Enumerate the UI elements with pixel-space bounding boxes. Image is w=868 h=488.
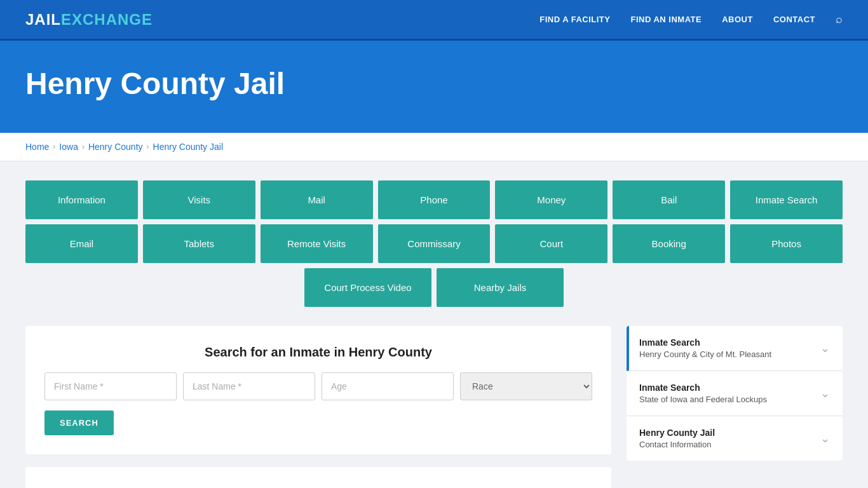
sidebar-item-subtitle-1: State of Iowa and Federal Lockups — [639, 395, 767, 404]
breadcrumb-sep-2: › — [82, 142, 85, 151]
logo-exchange: EXCHANGE — [61, 11, 153, 29]
nav-find-facility[interactable]: FIND A FACILITY — [539, 15, 610, 24]
nav-buttons-row3: Court Process Video Nearby Jails — [25, 268, 843, 307]
search-title: Search for an Inmate in Henry County — [44, 345, 592, 360]
page-title: Henry County Jail — [25, 66, 843, 101]
breadcrumb-iowa[interactable]: Iowa — [59, 142, 78, 152]
breadcrumb-sep-3: › — [147, 142, 149, 151]
breadcrumb-henry-county[interactable]: Henry County — [88, 142, 143, 152]
sidebar-item-title-0: Inmate Search — [639, 337, 771, 348]
btn-visits[interactable]: Visits — [143, 180, 255, 219]
main-content: Information Visits Mail Phone Money Bail… — [0, 161, 868, 488]
nav-buttons-row2: Email Tablets Remote Visits Commissary C… — [25, 224, 843, 263]
search-fields: Race — [44, 372, 592, 400]
btn-remote-visits[interactable]: Remote Visits — [261, 224, 373, 263]
right-panel: Inmate Search Henry County & City of Mt.… — [627, 326, 843, 488]
logo-jail: JAIL — [25, 11, 61, 29]
last-name-input[interactable] — [183, 372, 315, 400]
navbar-links: FIND A FACILITY FIND AN INMATE ABOUT CON… — [539, 13, 843, 26]
sidebar-item-text-1: Inmate Search State of Iowa and Federal … — [639, 383, 767, 404]
navbar: JAIL EXCHANGE FIND A FACILITY FIND AN IN… — [0, 0, 868, 41]
chevron-down-icon-0: ⌄ — [820, 341, 830, 355]
btn-bail[interactable]: Bail — [613, 180, 725, 219]
hero-section: Henry County Jail — [0, 41, 868, 133]
btn-mail[interactable]: Mail — [261, 180, 373, 219]
btn-booking[interactable]: Booking — [613, 224, 725, 263]
btn-email[interactable]: Email — [25, 224, 138, 263]
sidebar-item-text-0: Inmate Search Henry County & City of Mt.… — [639, 337, 771, 359]
btn-court[interactable]: Court — [495, 224, 607, 263]
sidebar-item-2[interactable]: Henry County Jail Contact Information ⌄ — [627, 416, 843, 461]
breadcrumb-home[interactable]: Home — [25, 142, 49, 152]
search-icon[interactable]: ⌕ — [836, 13, 843, 26]
sidebar-item-subtitle-0: Henry County & City of Mt. Pleasant — [639, 349, 771, 359]
left-panel: Search for an Inmate in Henry County Rac… — [25, 326, 611, 488]
btn-commissary[interactable]: Commissary — [378, 224, 491, 263]
nav-buttons-row1: Information Visits Mail Phone Money Bail… — [25, 180, 843, 219]
breadcrumb: Home › Iowa › Henry County › Henry Count… — [25, 142, 843, 152]
sidebar-item-text-2: Henry County Jail Contact Information — [639, 428, 715, 449]
breadcrumb-sep-1: › — [53, 142, 55, 151]
search-section: Search for an Inmate in Henry County Rac… — [25, 326, 611, 454]
logo[interactable]: JAIL EXCHANGE — [25, 11, 153, 29]
sidebar-item-title-2: Henry County Jail — [639, 428, 715, 438]
breadcrumb-bar: Home › Iowa › Henry County › Henry Count… — [0, 133, 868, 161]
btn-phone[interactable]: Phone — [378, 180, 491, 219]
sidebar-item-0[interactable]: Inmate Search Henry County & City of Mt.… — [627, 326, 843, 371]
btn-nearby-jails[interactable]: Nearby Jails — [437, 268, 564, 307]
race-select[interactable]: Race — [460, 372, 592, 400]
btn-photos[interactable]: Photos — [730, 224, 843, 263]
nav-find-inmate[interactable]: FIND AN INMATE — [630, 15, 702, 24]
btn-money[interactable]: Money — [495, 180, 607, 219]
search-button[interactable]: SEARCH — [44, 410, 114, 435]
breadcrumb-current: Henry County Jail — [153, 142, 224, 152]
sidebar-item-subtitle-2: Contact Information — [639, 440, 715, 449]
sidebar-item-1[interactable]: Inmate Search State of Iowa and Federal … — [627, 371, 843, 416]
info-section: Henry County Jail Information — [25, 467, 611, 488]
sidebar-card: Inmate Search Henry County & City of Mt.… — [627, 326, 843, 461]
btn-inmate-search[interactable]: Inmate Search — [730, 180, 843, 219]
content-layout: Search for an Inmate in Henry County Rac… — [25, 326, 843, 488]
first-name-input[interactable] — [44, 372, 177, 400]
nav-contact[interactable]: CONTACT — [773, 15, 815, 24]
btn-tablets[interactable]: Tablets — [143, 224, 255, 263]
btn-court-process-video[interactable]: Court Process Video — [304, 268, 431, 307]
nav-about[interactable]: ABOUT — [722, 15, 753, 24]
sidebar-item-title-1: Inmate Search — [639, 383, 767, 393]
btn-information[interactable]: Information — [25, 180, 138, 219]
age-input[interactable] — [322, 372, 454, 400]
chevron-down-icon-1: ⌄ — [820, 386, 830, 400]
chevron-down-icon-2: ⌄ — [820, 431, 830, 445]
